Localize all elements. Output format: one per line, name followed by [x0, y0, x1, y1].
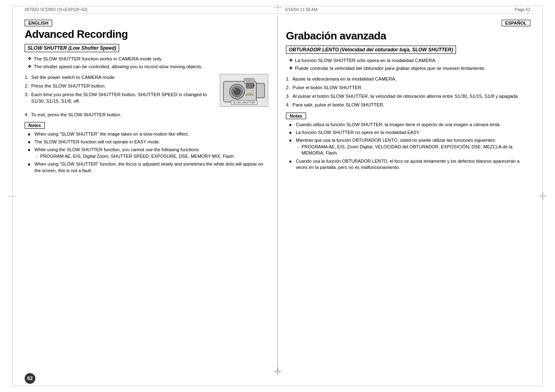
spanish-note-2: La función SLOW SHUTTER no opera en la m… [289, 129, 530, 136]
camera-image: SLOW SHUTTER SLOW SHUTTER [220, 74, 268, 107]
spanish-numbered-steps: 1. Ajuste la videocámara en la modalidad… [286, 76, 530, 108]
spanish-step-1: 1. Ajuste la videocámara en la modalidad… [286, 76, 530, 82]
english-step-3: 3. Each time you press the SLOW SHUTTER … [25, 91, 216, 104]
spanish-notes-section: Notas Cuando utiliza la función SLOW SHU… [286, 113, 530, 171]
top-crosshair [274, 3, 282, 12]
english-note-3-sub: PROGRAM AE, EIS, Digital Zoom, SHUTTER S… [35, 153, 269, 159]
spanish-title: Grabación avanzada [286, 30, 530, 42]
english-steps-row: 1. Set the power switch to CAMERA mode. … [25, 74, 269, 108]
spanish-step-2: 2. Pulse el botón SLOW SHUTTER. [286, 84, 530, 91]
spanish-notes-label: Notas [286, 113, 306, 119]
file-info: 00792D SCD903 US+ESP(28~63) [25, 7, 88, 12]
slow-shutter-label: SLOW SHUTTER [231, 100, 257, 105]
english-numbered-steps: 1. Set the power switch to CAMERA mode. … [25, 74, 216, 104]
bottom-crosshair [274, 367, 282, 376]
spanish-note-1: Cuando utiliza la función SLOW SHUTTER, … [289, 122, 530, 128]
english-lang-badge: ENGLISH [25, 20, 52, 26]
right-crosshair [539, 192, 547, 200]
svg-rect-8 [246, 83, 253, 88]
english-intro-bullets: The SLOW SHUTTER function works in CAMER… [25, 55, 269, 70]
svg-text:SHUTTER: SHUTTER [246, 94, 253, 96]
english-step-4: 4. To exit, press the SLOW SHUTTER butto… [25, 111, 269, 118]
spanish-step-3: 3. Al pulsar el botón SLOW SHUTTER, la v… [286, 93, 530, 99]
svg-point-4 [235, 89, 236, 91]
bottom-border-line [12, 386, 543, 386]
english-notes-label: Notes [25, 122, 45, 129]
page-label: Page 62 [515, 7, 530, 12]
english-column: ENGLISH Advanced Recording SLOW SHUTTER … [25, 16, 278, 371]
spanish-intro-bullets: La función SLOW SHUTTER sólo opera en la… [286, 57, 530, 71]
english-title: Advanced Recording [25, 28, 269, 41]
page-number: 62 [25, 373, 35, 384]
spanish-subsection-header: OBTURADOR LENTO (Velocidad del obturador… [286, 46, 456, 54]
spanish-intro-bullet-1: La función SLOW SHUTTER sólo opera en la… [289, 57, 530, 64]
english-step-1: 1. Set the power switch to CAMERA mode. [25, 74, 216, 81]
camera-image-container: SLOW SHUTTER SLOW SHUTTER [220, 74, 269, 107]
english-subsection-header: SLOW SHUTTER (Low Shutter Speed) [25, 44, 119, 52]
english-note-3: While using the SLOW SHUTTER function, y… [28, 147, 269, 159]
spanish-note-3: Mientras que usa la función OBTURADOR LE… [289, 137, 530, 156]
date-info: 6/16/04 11:58 AM [285, 7, 317, 12]
left-border-line [12, 6, 13, 386]
english-intro-bullet-1: The SLOW SHUTTER function works in CAMER… [28, 55, 269, 62]
english-step-2: 2. Press the SLOW SHUTTER button. [25, 83, 216, 89]
spanish-note-4: Cuando usa la función OBTURADOR LENTO, e… [289, 158, 530, 171]
spanish-intro-bullet-2: Puede controlar la velocidad del obturad… [289, 65, 530, 71]
english-steps: 1. Set the power switch to CAMERA mode. … [25, 74, 216, 108]
spanish-lang-badge: ESPAÑOL [502, 20, 530, 26]
english-step-4-list: 4. To exit, press the SLOW SHUTTER butto… [25, 111, 269, 118]
spanish-notes-list: Cuando utiliza la función SLOW SHUTTER, … [286, 122, 530, 171]
english-note-1: When using "SLOW SHUTTER" the image take… [28, 131, 269, 137]
english-notes-section: Notes When using "SLOW SHUTTER" the imag… [25, 122, 269, 174]
english-note-2: The SLOW SHUTTER function will not opera… [28, 139, 269, 145]
main-content: ENGLISH Advanced Recording SLOW SHUTTER … [25, 16, 530, 371]
spanish-step-4: 4. Para salir, pulse el botón SLOW SHUTT… [286, 101, 530, 108]
spanish-note-3-sub: PROGRAMA AE, EIS, Zoom Digital, VELOCIDA… [296, 144, 530, 157]
svg-point-3 [234, 88, 240, 95]
top-border-line [12, 6, 543, 6]
right-border-line [542, 6, 543, 386]
svg-rect-6 [246, 79, 252, 83]
svg-rect-9 [256, 83, 265, 98]
english-intro-bullet-2: The shutter speed can be controlled, all… [28, 63, 269, 70]
english-note-4: When using "SLOW SHUTTER" function, the … [28, 161, 269, 174]
english-notes-list: When using "SLOW SHUTTER" the image take… [25, 131, 269, 174]
spanish-column: ESPAÑOL Grabación avanzada OBTURADOR LEN… [278, 16, 530, 371]
